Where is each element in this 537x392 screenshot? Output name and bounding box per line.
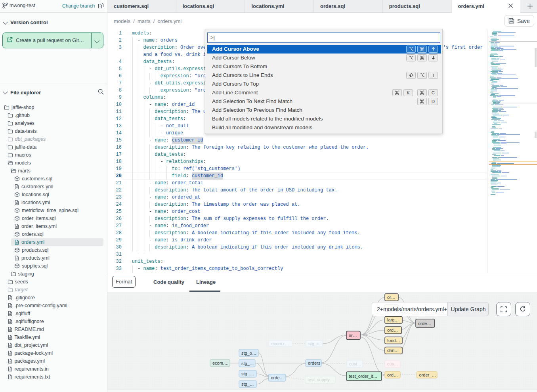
svg-text:stg_…: stg_… <box>241 382 254 386</box>
svg-text:drin…: drin… <box>387 348 399 353</box>
svg-text:ecom.r…: ecom.r… <box>271 341 289 346</box>
svg-text:food…: food… <box>387 338 400 343</box>
svg-text:ord…: ord… <box>387 373 398 377</box>
svg-text:cus…: cus… <box>387 361 398 366</box>
svg-text:orde…: orde… <box>271 375 284 380</box>
svg-text:stg_o…: stg_o… <box>241 351 256 356</box>
svg-text:order_…: order_… <box>419 373 436 377</box>
svg-text:ecom.…: ecom.… <box>212 361 229 365</box>
svg-text:cust…: cust… <box>349 361 361 366</box>
svg-text:orders: orders <box>308 361 321 365</box>
svg-text:test_order_it…: test_order_it… <box>349 374 377 379</box>
svg-text:test_supply…: test_supply… <box>308 377 334 382</box>
svg-text:or…: or… <box>387 295 396 300</box>
svg-text:orde…: orde… <box>418 321 431 326</box>
svg-text:stg_…: stg_… <box>241 361 254 366</box>
svg-text:or…: or… <box>349 333 357 338</box>
svg-text:larg…: larg… <box>387 317 399 322</box>
svg-text:stg_…: stg_… <box>241 371 254 376</box>
svg-text:stg_c…: stg_c… <box>308 341 323 346</box>
svg-text:ord…: ord… <box>387 328 398 333</box>
